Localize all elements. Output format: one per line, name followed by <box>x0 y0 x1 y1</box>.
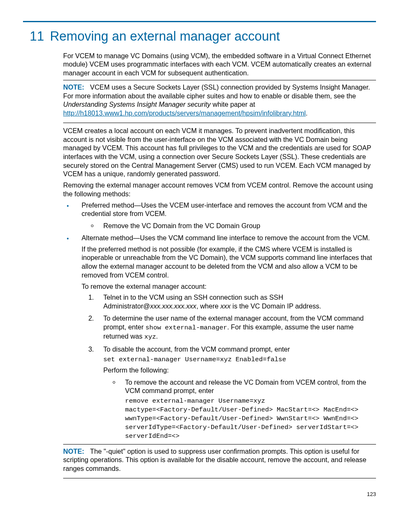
step2-c: . <box>156 332 158 340</box>
list-item-alternate: Alternate method—Uses the VCM command li… <box>73 234 376 441</box>
intro-paragraph: For VCEM to manage VC Domains (using VCM… <box>63 51 376 77</box>
alternate-p2: To remove the external manager account: <box>82 282 376 291</box>
list-item-preferred: Preferred method—Uses the VCEM user-inte… <box>73 201 376 230</box>
method-list: Preferred method—Uses the VCEM user-inte… <box>63 201 376 441</box>
step-list: Telnet in to the VCM using an SSH connec… <box>82 293 376 440</box>
note2-body: The "-quiet" option is used to suppress … <box>63 447 366 472</box>
preferred-sublist: Remove the VC Domain from the VC Domain … <box>82 221 376 230</box>
note1-c: . <box>306 109 308 117</box>
para-local-account: VCEM creates a local account on each VCM… <box>63 126 376 178</box>
chapter-number: 11 <box>30 29 44 44</box>
step3-sub-code: remove external-manager Username=xyz mac… <box>125 397 376 441</box>
step1-i: xxx.xxx.xxx.xxx <box>150 302 197 310</box>
step-1: Telnet in to the VCM using an SSH connec… <box>96 293 376 310</box>
chapter-heading: 11Removing an external manager account <box>30 28 376 45</box>
step-2: To determine the user name of the extern… <box>96 314 376 342</box>
note1-link[interactable]: http://h18013.www1.hp.com/products/serve… <box>63 109 306 117</box>
para-remove-intro: Removing the external manager account re… <box>63 181 376 198</box>
step3-sub-a: To remove the account and release the VC… <box>125 378 366 395</box>
step3-sub-item: To remove the account and release the VC… <box>120 378 376 441</box>
step2-code1: show external-manager <box>146 324 227 332</box>
note-label-2: NOTE: <box>63 447 84 455</box>
preferred-text: Preferred method—Uses the VCEM user-inte… <box>82 201 367 218</box>
step3-sublist: To remove the account and release the VC… <box>103 378 376 441</box>
chapter-title: Removing an external manager account <box>50 29 280 44</box>
step1-b: , where <box>196 302 220 310</box>
body-column: For VCEM to manage VC Domains (using VCM… <box>63 51 376 478</box>
note1-b: white paper at <box>211 100 255 108</box>
note-1-text: NOTE:VCEM uses a Secure Sockets Layer (S… <box>63 83 376 118</box>
note-label: NOTE: <box>63 83 84 91</box>
step3-code: set external-manager Username=xyz Enable… <box>103 355 376 364</box>
step2-code2: xyz <box>144 333 156 341</box>
step1-i2: xxx <box>220 302 230 310</box>
step3-b: Perform the following: <box>103 366 169 374</box>
note-2-text: NOTE:The "-quiet" option is used to supp… <box>63 447 376 473</box>
alternate-text: Alternate method—Uses the VCM command li… <box>82 234 370 242</box>
page-number: 123 <box>23 491 376 498</box>
note1-a: VCEM uses a Secure Sockets Layer (SSL) c… <box>63 83 370 100</box>
note1-italic: Understanding Systems Insight Manager se… <box>63 100 211 108</box>
note-block-2: NOTE:The "-quiet" option is used to supp… <box>63 444 376 478</box>
step3-a: To disable the account, from the VCM com… <box>103 345 290 353</box>
alternate-p1: If the preferred method is not possible … <box>82 245 376 280</box>
step-3: To disable the account, from the VCM com… <box>96 345 376 440</box>
note-block-1: NOTE:VCEM uses a Secure Sockets Layer (S… <box>63 80 376 123</box>
preferred-sub-item: Remove the VC Domain from the VC Domain … <box>98 221 376 230</box>
top-rule <box>23 21 376 22</box>
step1-c: is the VC Domain IP address. <box>230 302 321 310</box>
